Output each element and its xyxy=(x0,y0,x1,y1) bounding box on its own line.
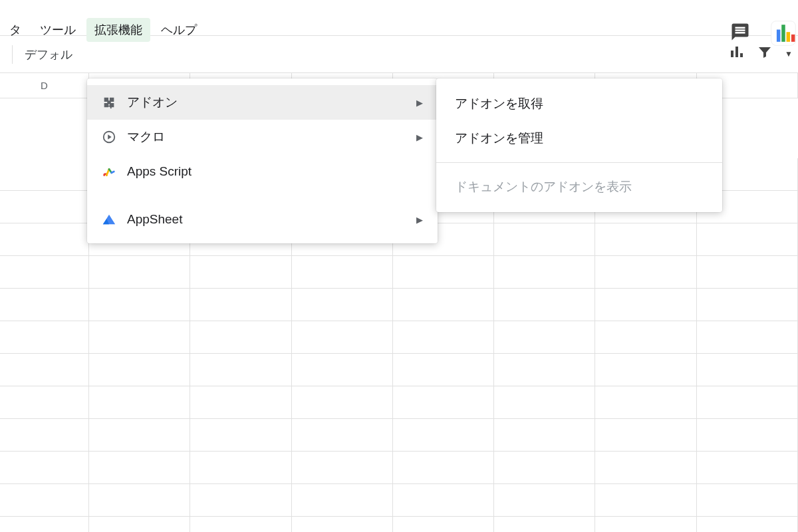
filter-icon[interactable] xyxy=(757,44,773,63)
dropdown-item-appsheet[interactable]: AppSheet ▶ xyxy=(87,202,438,237)
svg-rect-7 xyxy=(740,53,743,57)
apps-script-icon xyxy=(99,164,119,179)
dropdown-label: アドオン xyxy=(127,94,178,111)
dropdown-label: Apps Script xyxy=(127,164,192,179)
toolbar: デフォル ▼ xyxy=(0,36,798,73)
svg-rect-6 xyxy=(735,47,738,57)
dropdown-label: AppSheet xyxy=(127,212,182,227)
submenu-item-manage-addons[interactable]: アドオンを管理 xyxy=(436,121,722,156)
submenu-separator xyxy=(436,162,722,163)
svg-rect-9 xyxy=(108,106,113,107)
dropdown-label: マクロ xyxy=(127,128,165,146)
submenu-label: アドオンを取得 xyxy=(455,95,543,112)
chart-icon[interactable] xyxy=(729,44,745,63)
chevron-down-icon[interactable]: ▼ xyxy=(785,49,793,59)
play-circle-icon xyxy=(99,130,119,144)
puzzle-add-icon xyxy=(99,95,119,110)
svg-rect-5 xyxy=(731,51,733,57)
dropdown-item-addons[interactable]: アドオン ▶ xyxy=(87,85,438,120)
submenu-arrow-icon: ▶ xyxy=(416,132,423,142)
extensions-dropdown: アドオン ▶ マクロ ▶ Apps Script xyxy=(87,78,438,243)
dropdown-item-macro[interactable]: マクロ ▶ xyxy=(87,120,438,154)
col-header-d[interactable]: D xyxy=(0,73,89,98)
dropdown-item-apps-script[interactable]: Apps Script xyxy=(87,154,438,189)
toolbar-divider xyxy=(12,45,13,64)
submenu-item-show-doc-addons: ドキュメントのアドオンを表示 xyxy=(436,170,722,204)
font-family-label[interactable]: デフォル xyxy=(25,47,72,63)
submenu-arrow-icon: ▶ xyxy=(416,215,423,225)
submenu-arrow-icon: ▶ xyxy=(416,98,423,108)
appsheet-icon xyxy=(99,212,119,227)
submenu-label: ドキュメントのアドオンを表示 xyxy=(455,178,632,196)
menubar: タ ツール 拡張機能 ヘルプ xyxy=(0,0,798,36)
addons-submenu: アドオンを取得 アドオンを管理 ドキュメントのアドオンを表示 xyxy=(436,78,722,212)
submenu-label: アドオンを管理 xyxy=(455,130,543,147)
submenu-item-get-addons[interactable]: アドオンを取得 xyxy=(436,86,722,121)
toolbar-right: ▼ xyxy=(729,44,793,63)
